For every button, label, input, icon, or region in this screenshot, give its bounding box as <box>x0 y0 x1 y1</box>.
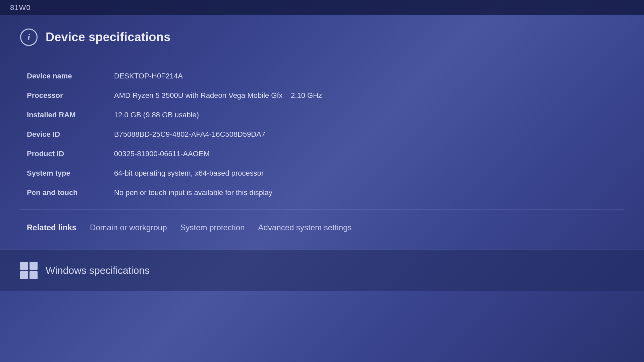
top-bar-title: 81W0 <box>10 3 31 12</box>
spec-label-system-type: System type <box>27 169 114 178</box>
info-icon: i <box>20 28 38 46</box>
related-links-label: Related links <box>27 223 76 232</box>
windows-quad-bl <box>20 271 28 279</box>
top-divider <box>20 56 624 56</box>
related-links-section: Related links Domain or workgroup System… <box>20 216 624 239</box>
bottom-section-divider <box>0 249 644 249</box>
spec-row-pen-touch: Pen and touch No pen or touch input is a… <box>27 183 617 202</box>
windows-logo-icon <box>20 262 38 279</box>
spec-label-device-name: Device name <box>27 72 114 80</box>
info-icon-symbol: i <box>28 32 30 43</box>
spec-row-device-id: Device ID B75088BD-25C9-4802-AFA4-16C508… <box>27 125 617 144</box>
spec-row-product-id: Product ID 00325-81900-06611-AAOEM <box>27 144 617 164</box>
link-domain-workgroup[interactable]: Domain or workgroup <box>90 223 167 232</box>
spec-label-processor: Processor <box>27 91 114 100</box>
spec-label-product-id: Product ID <box>27 149 114 158</box>
spec-value-installed-ram: 12.0 GB (9.88 GB usable) <box>114 111 617 119</box>
link-system-protection[interactable]: System protection <box>180 223 245 232</box>
section-header: i Device specifications <box>20 28 624 46</box>
spec-value-pen-touch: No pen or touch input is available for t… <box>114 188 617 197</box>
spec-value-device-id: B75088BD-25C9-4802-AFA4-16C508D59DA7 <box>114 130 617 139</box>
bottom-divider <box>20 209 624 209</box>
spec-row-installed-ram: Installed RAM 12.0 GB (9.88 GB usable) <box>27 105 617 125</box>
spec-value-device-name: DESKTOP-H0F214A <box>114 72 617 80</box>
windows-specs-title: Windows specifications <box>46 265 150 276</box>
windows-quad-tr <box>30 262 38 270</box>
spec-label-device-id: Device ID <box>27 130 114 139</box>
device-specs-title: Device specifications <box>46 30 170 44</box>
spec-value-processor: AMD Ryzen 5 3500U with Radeon Vega Mobil… <box>114 91 617 100</box>
main-content: i Device specifications Device name DESK… <box>0 15 644 249</box>
spec-row-system-type: System type 64-bit operating system, x64… <box>27 164 617 183</box>
spec-label-pen-touch: Pen and touch <box>27 188 114 197</box>
spec-label-installed-ram: Installed RAM <box>27 111 114 119</box>
spec-value-product-id: 00325-81900-06611-AAOEM <box>114 149 617 158</box>
windows-specs-section: Windows specifications <box>0 250 644 291</box>
windows-quad-br <box>30 271 38 279</box>
spec-row-device-name: Device name DESKTOP-H0F214A <box>27 66 617 86</box>
top-bar: 81W0 <box>0 0 644 15</box>
windows-quad-tl <box>20 262 28 270</box>
specs-table: Device name DESKTOP-H0F214A Processor AM… <box>20 66 624 202</box>
spec-row-processor: Processor AMD Ryzen 5 3500U with Radeon … <box>27 86 617 105</box>
link-advanced-system-settings[interactable]: Advanced system settings <box>258 223 352 232</box>
spec-value-system-type: 64-bit operating system, x64-based proce… <box>114 169 617 178</box>
